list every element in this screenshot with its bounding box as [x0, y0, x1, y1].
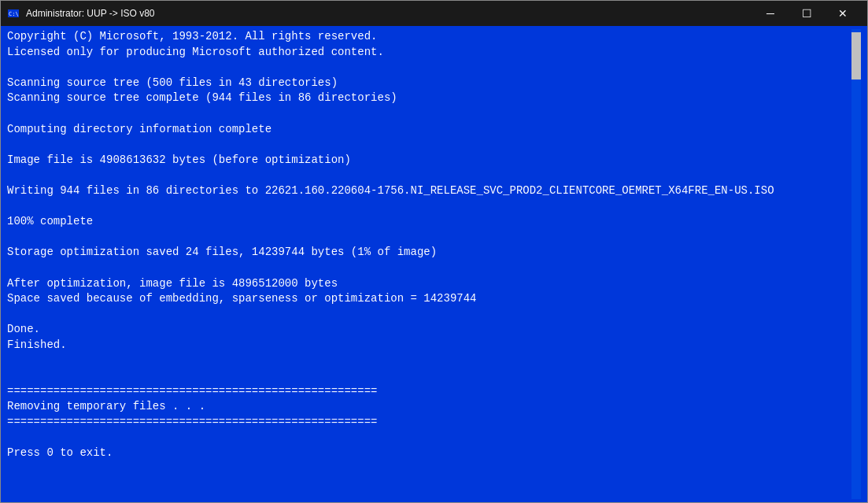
console-output: Copyright (C) Microsoft, 1993-2012. All …	[7, 29, 848, 461]
minimize-button[interactable]: ─	[752, 1, 789, 26]
scrollbar[interactable]	[851, 29, 861, 499]
svg-text:C:\: C:\	[9, 11, 19, 17]
scrollbar-thumb[interactable]	[851, 32, 861, 80]
console-area: Copyright (C) Microsoft, 1993-2012. All …	[1, 26, 867, 502]
close-button[interactable]: ✕	[825, 1, 861, 26]
main-window: C:\ Administrator: UUP -> ISO v80 ─ ☐ ✕ …	[0, 0, 868, 503]
title-bar: C:\ Administrator: UUP -> ISO v80 ─ ☐ ✕	[1, 1, 867, 26]
maximize-button[interactable]: ☐	[789, 1, 825, 26]
window-title: Administrator: UUP -> ISO v80	[26, 8, 752, 19]
window-icon: C:\	[7, 7, 20, 20]
window-controls: ─ ☐ ✕	[752, 1, 861, 26]
console-content: Copyright (C) Microsoft, 1993-2012. All …	[7, 29, 848, 499]
